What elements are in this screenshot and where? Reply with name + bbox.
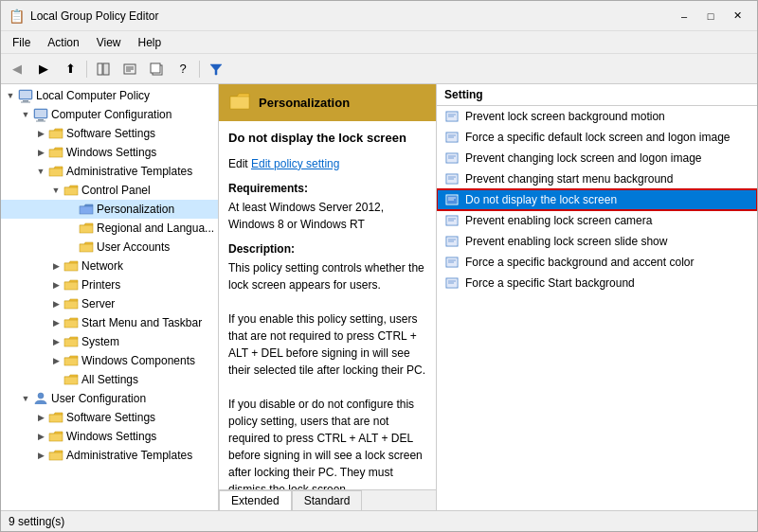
tree-item-regional[interactable]: ▶ Regional and Langua... xyxy=(1,219,218,238)
settings-icon-4 xyxy=(444,192,460,207)
expand-local[interactable]: ▼ xyxy=(3,88,18,103)
settings-icon-7 xyxy=(444,255,460,270)
new-window-button[interactable] xyxy=(144,58,169,80)
user-configuration-label: User Configuration xyxy=(51,392,146,405)
settings-item-8[interactable]: Force a specific Start background xyxy=(437,273,757,293)
desc-edit-row: Edit Edit policy setting xyxy=(228,155,426,172)
folder-user-software-icon xyxy=(48,410,63,425)
tree-item-control-panel[interactable]: ▼ Control Panel xyxy=(1,181,218,200)
close-button[interactable]: ✕ xyxy=(725,6,749,27)
tree-item-network[interactable]: ▶ Network xyxy=(1,257,218,275)
personalization-label: Personalization xyxy=(97,203,174,216)
svg-rect-15 xyxy=(38,119,44,121)
expand-control-panel[interactable]: ▼ xyxy=(48,183,63,198)
tree-item-user-admin-templates[interactable]: ▶ Administrative Templates xyxy=(1,446,218,465)
tab-extended[interactable]: Extended xyxy=(219,490,292,510)
windows-settings-label: Windows Settings xyxy=(66,146,156,159)
expand-admin-templates[interactable]: ▼ xyxy=(33,164,48,179)
properties-button[interactable] xyxy=(117,58,142,80)
tab-standard[interactable]: Standard xyxy=(292,490,363,510)
network-label: Network xyxy=(81,259,123,273)
settings-item-0[interactable]: Prevent lock screen background motion xyxy=(437,106,757,127)
settings-item-2[interactable]: Prevent changing lock screen and logon i… xyxy=(437,148,757,168)
title-bar-title: Local Group Policy Editor xyxy=(30,9,158,23)
tree-item-software-settings[interactable]: ▶ Software Settings xyxy=(1,124,218,143)
menu-action[interactable]: Action xyxy=(40,34,86,51)
tree-item-personalization[interactable]: ▶ Personalization xyxy=(1,200,218,219)
up-button[interactable]: ⬆ xyxy=(58,58,82,80)
settings-icon-3 xyxy=(444,171,460,186)
expand-user-config[interactable]: ▼ xyxy=(18,391,33,406)
svg-rect-21 xyxy=(80,206,93,214)
svg-rect-23 xyxy=(80,244,93,252)
desc-description-text: This policy setting controls whether the… xyxy=(228,259,426,490)
desc-scroll-area: Do not display the lock screen Edit Edit… xyxy=(219,121,436,489)
settings-item-5[interactable]: Prevent enabling lock screen camera xyxy=(437,210,757,231)
svg-rect-7 xyxy=(151,63,160,73)
folder-all-settings-icon xyxy=(63,372,79,387)
forward-button[interactable]: ▶ xyxy=(31,58,56,80)
svg-rect-16 xyxy=(36,121,45,122)
control-panel-label: Control Panel xyxy=(81,184,151,197)
folder-software-icon xyxy=(48,126,63,141)
tree-item-computer-configuration[interactable]: ▼ Computer Configuration xyxy=(1,105,218,124)
menu-view[interactable]: View xyxy=(89,34,129,51)
tree-item-user-windows-settings[interactable]: ▶ Windows Settings xyxy=(1,427,218,446)
settings-list: Prevent lock screen background motion Fo… xyxy=(437,106,757,510)
tree-item-system[interactable]: ▶ System xyxy=(1,332,218,351)
desc-content[interactable]: Do not display the lock screen Edit Edit… xyxy=(219,121,436,489)
svg-rect-24 xyxy=(64,263,78,271)
tree-item-windows-components[interactable]: ▶ Windows Components xyxy=(1,351,218,370)
all-settings-label: All Settings xyxy=(81,373,138,386)
tree-item-start-menu[interactable]: ▶ Start Menu and Taskbar xyxy=(1,313,218,332)
expand-start-menu[interactable]: ▶ xyxy=(48,315,63,330)
settings-item-3[interactable]: Prevent changing start menu background xyxy=(437,168,757,189)
expand-user-windows[interactable]: ▶ xyxy=(33,429,48,444)
settings-item-4[interactable]: Do not display the lock screen xyxy=(437,189,757,210)
expand-computer-config[interactable]: ▼ xyxy=(18,107,33,122)
tree-item-user-accounts[interactable]: ▶ User Accounts xyxy=(1,238,218,257)
tree-item-local-computer-policy[interactable]: ▼ Local Computer Policy xyxy=(1,86,218,105)
settings-label-6: Prevent enabling lock screen slide show xyxy=(465,235,667,248)
user-admin-templates-label: Administrative Templates xyxy=(66,449,192,462)
expand-printers[interactable]: ▶ xyxy=(48,277,63,293)
printers-label: Printers xyxy=(81,278,120,292)
tree-item-user-software-settings[interactable]: ▶ Software Settings xyxy=(1,408,218,427)
svg-rect-30 xyxy=(64,377,78,384)
tree-item-server[interactable]: ▶ Server xyxy=(1,294,218,313)
settings-item-1[interactable]: Force a specific default lock screen and… xyxy=(437,127,757,148)
settings-label-2: Prevent changing lock screen and logon i… xyxy=(465,151,702,165)
tree-item-all-settings[interactable]: ▶ All Settings xyxy=(1,370,218,389)
settings-item-6[interactable]: Prevent enabling lock screen slide show xyxy=(437,231,757,252)
settings-item-7[interactable]: Force a specific background and accent c… xyxy=(437,252,757,273)
expand-user-admin[interactable]: ▶ xyxy=(33,448,48,463)
expand-system[interactable]: ▶ xyxy=(48,334,63,349)
tree-item-admin-templates[interactable]: ▼ Administrative Templates xyxy=(1,162,218,181)
expand-network[interactable]: ▶ xyxy=(48,258,63,274)
menu-file[interactable]: File xyxy=(5,34,38,51)
title-bar: 📋 Local Group Policy Editor – □ ✕ xyxy=(1,1,757,31)
expand-server[interactable]: ▶ xyxy=(48,296,63,311)
settings-label-1: Force a specific default lock screen and… xyxy=(465,131,731,144)
help-button[interactable]: ? xyxy=(171,58,195,80)
expand-software[interactable]: ▶ xyxy=(33,126,48,141)
show-hide-button[interactable] xyxy=(91,58,116,80)
desc-edit-link[interactable]: Edit policy setting xyxy=(251,157,339,170)
tree-item-windows-settings[interactable]: ▶ Windows Settings xyxy=(1,143,218,162)
svg-marker-8 xyxy=(210,64,222,75)
svg-rect-28 xyxy=(64,339,78,346)
tree-item-user-configuration[interactable]: ▼ User Configuration xyxy=(1,389,218,408)
menu-help[interactable]: Help xyxy=(131,34,170,51)
filter-button[interactable] xyxy=(204,58,228,80)
folder-user-windows-icon xyxy=(48,429,63,444)
toolbar-sep-1 xyxy=(86,61,87,78)
expand-windows-settings[interactable]: ▶ xyxy=(33,145,48,160)
expand-windows-components[interactable]: ▶ xyxy=(48,353,63,368)
user-windows-settings-label: Windows Settings xyxy=(66,430,156,443)
folder-admin-icon xyxy=(48,164,63,179)
back-button[interactable]: ◀ xyxy=(5,58,29,80)
expand-user-software[interactable]: ▶ xyxy=(33,410,48,425)
minimize-button[interactable]: – xyxy=(672,6,696,27)
tree-item-printers[interactable]: ▶ Printers xyxy=(1,275,218,294)
restore-button[interactable]: □ xyxy=(698,6,723,27)
